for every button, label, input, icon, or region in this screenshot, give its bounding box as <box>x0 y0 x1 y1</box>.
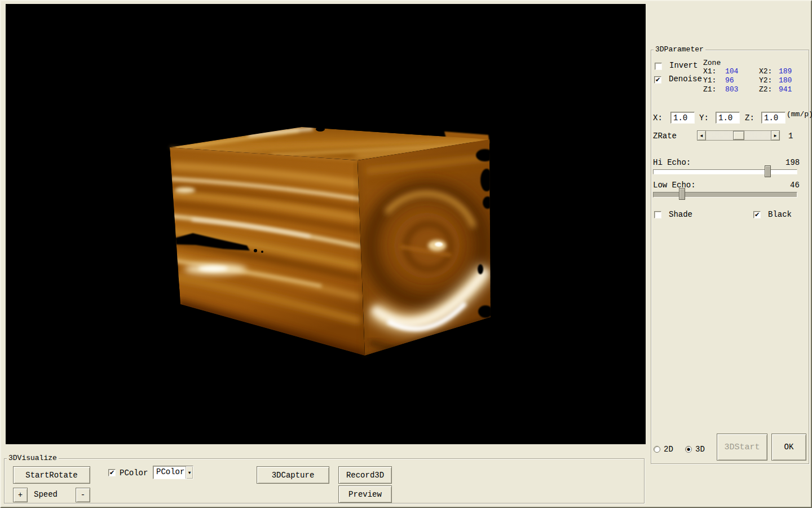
zone-value-y2: 180 <box>779 76 792 85</box>
preview-button[interactable]: Preview <box>338 485 392 503</box>
mode-3d-dot: ● <box>687 448 690 452</box>
app-window: 3DParameter Invert ✔ Denoise Zone X1: 10… <box>0 0 812 508</box>
zrate-value: 1 <box>788 132 793 141</box>
zone-label-x1: X1: <box>703 67 716 76</box>
shade-label: Shade <box>669 210 692 219</box>
low-echo-slider[interactable] <box>653 187 797 201</box>
zone-label-y2: Y2: <box>759 76 772 85</box>
zone-label-y1: Y1: <box>703 76 716 85</box>
zrate-left-arrow[interactable]: ◄ <box>697 130 706 141</box>
zone-label-x2: X2: <box>759 67 772 76</box>
parameter-group-title: 3DParameter <box>654 45 705 54</box>
pcolor-combo-value: PColor <box>153 466 186 479</box>
record-3d-button[interactable]: Record3D <box>338 466 392 484</box>
y-scale-label: Y: <box>699 113 709 122</box>
z-scale-input[interactable] <box>761 112 785 124</box>
volume-render <box>6 4 646 444</box>
pcolor-check-icon: ✔ <box>109 470 114 476</box>
start-rotate-button[interactable]: StartRotate <box>13 466 90 484</box>
zone-value-x2: 189 <box>779 67 792 76</box>
zone-value-x1: 104 <box>725 67 738 76</box>
pcolor-label: PColor <box>120 468 148 478</box>
zone-label-z1: Z1: <box>703 85 716 94</box>
visualize-group-title: 3DVisualize <box>7 454 59 463</box>
mode-3d-radio[interactable]: ● <box>685 446 692 453</box>
hi-echo-channel[interactable] <box>653 169 797 174</box>
invert-checkbox[interactable] <box>655 63 662 70</box>
zrate-thumb[interactable] <box>733 131 744 140</box>
speed-plus-button[interactable]: + <box>13 488 28 502</box>
speed-label: Speed <box>34 490 58 499</box>
z-scale-label: Z: <box>745 113 754 122</box>
zone-value-z1: 803 <box>725 85 738 94</box>
pcolor-combo-dropdown-button[interactable]: ▼ <box>186 466 193 479</box>
y-scale-input[interactable] <box>716 112 740 124</box>
ok-button[interactable]: OK <box>771 433 806 461</box>
zrate-right-arrow[interactable]: ► <box>771 130 780 141</box>
mode-3d-label: 3D <box>695 445 705 454</box>
invert-label: Invert <box>669 61 698 70</box>
pcolor-checkbox[interactable]: ✔ <box>108 469 116 476</box>
pcolor-combobox[interactable]: PColor ▼ <box>153 466 193 479</box>
zrate-scrollbar[interactable]: ◄ ► <box>697 130 780 141</box>
denoise-check-icon: ✔ <box>655 77 660 83</box>
arrow-left-icon: ◄ <box>700 133 703 138</box>
arrow-right-icon: ► <box>774 133 777 138</box>
black-checkbox[interactable]: ✔ <box>753 211 761 218</box>
low-echo-thumb[interactable] <box>679 188 685 200</box>
parameter-group: 3DParameter Invert ✔ Denoise Zone X1: 10… <box>651 50 809 464</box>
zrate-label: ZRate <box>653 132 677 141</box>
hi-echo-thumb[interactable] <box>765 165 771 177</box>
zone-label-z2: Z2: <box>759 85 772 94</box>
zone-value-y1: 96 <box>725 76 734 85</box>
black-label: Black <box>768 210 792 219</box>
hi-echo-slider[interactable] <box>653 165 797 178</box>
denoise-label: Denoise <box>669 75 702 84</box>
capture-3d-button[interactable]: 3DCapture <box>257 466 329 484</box>
scale-unit-label: (mm/p) <box>787 110 812 119</box>
shade-checkbox[interactable] <box>654 211 661 218</box>
zone-value-z2: 941 <box>779 85 792 94</box>
zone-title: Zone <box>703 59 721 67</box>
speed-minus-button[interactable]: - <box>76 488 90 502</box>
x-scale-label: X: <box>653 113 663 122</box>
x-scale-input[interactable] <box>670 112 695 124</box>
3d-viewport[interactable] <box>6 4 646 444</box>
denoise-checkbox[interactable]: ✔ <box>654 76 661 84</box>
mode-2d-label: 2D <box>664 445 673 454</box>
zrate-track[interactable] <box>706 130 771 141</box>
black-check-icon: ✔ <box>754 212 760 218</box>
chevron-down-icon: ▼ <box>188 470 191 475</box>
mode-2d-radio[interactable] <box>654 446 660 453</box>
visualize-group: 3DVisualize StartRotate ✔ PColor PColor … <box>4 458 645 503</box>
start3d-button[interactable]: 3DStart <box>717 433 767 461</box>
low-echo-channel[interactable] <box>653 192 797 198</box>
